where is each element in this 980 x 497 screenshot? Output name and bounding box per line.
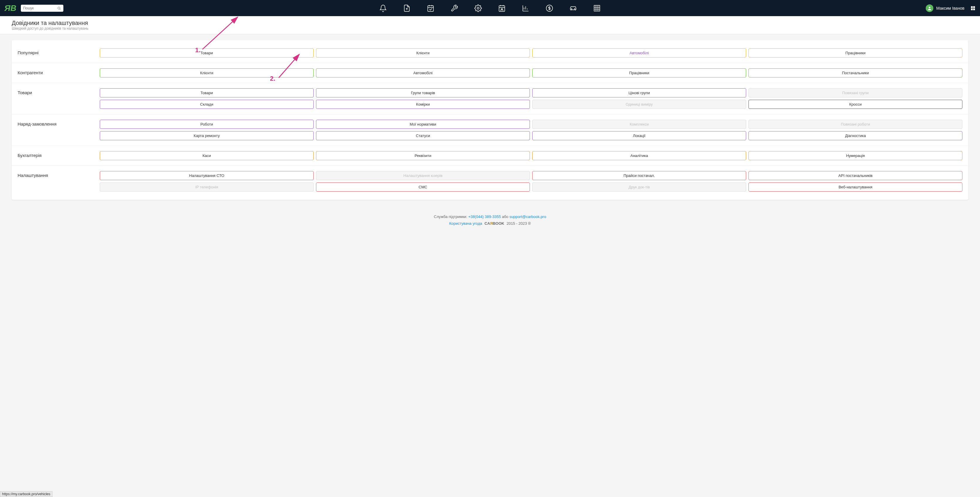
section-label: Налаштування	[18, 171, 100, 178]
section-label: Товари	[18, 88, 100, 95]
years-text: 2015 - 2023 ®	[506, 221, 531, 225]
goods-warehouses-button[interactable]: Склади	[100, 100, 313, 109]
directories-card: Популярні Товари Клієнти Автомобілі Прац…	[12, 40, 968, 200]
svg-line-1	[60, 9, 60, 10]
user-section[interactable]: Максим Іванов	[926, 5, 975, 12]
wrench-icon[interactable]	[451, 5, 458, 12]
orders-statuses-button[interactable]: Статуси	[316, 131, 530, 140]
calendar-user-icon[interactable]	[498, 5, 506, 12]
page-subtitle: Швидкий доступ до довідників та налаштув…	[12, 26, 968, 30]
svg-rect-30	[971, 8, 973, 10]
orders-works-button[interactable]: Роботи	[100, 120, 313, 129]
accounting-analytics-button[interactable]: Аналітика	[532, 151, 746, 160]
or-text: або	[502, 214, 510, 219]
svg-point-27	[929, 6, 930, 8]
settings-users-button: Налаштування юзерів	[316, 171, 530, 180]
goods-groups-button[interactable]: Групи товарів	[316, 88, 530, 97]
grid-icon[interactable]	[593, 5, 601, 12]
footer-logo: CAЯBOOK	[484, 221, 504, 225]
annotation-label-2: 2.	[270, 75, 275, 83]
dollar-icon[interactable]	[546, 5, 554, 12]
apps-icon[interactable]	[970, 6, 975, 11]
footer: Служба підтримки: +38(044) 389-3355 або …	[0, 206, 980, 229]
orders-repair-map-button[interactable]: Карта ремонту	[100, 131, 313, 140]
section-orders: Наряд-замовлення Роботи Мої нормативи Ко…	[12, 114, 968, 146]
user-name: Максим Іванов	[936, 6, 964, 11]
goods-cells-button[interactable]: Комірки	[316, 100, 530, 109]
svg-point-0	[58, 7, 60, 9]
settings-print-button: Друк док-тів	[532, 183, 746, 192]
svg-rect-4	[428, 6, 434, 11]
car-icon[interactable]	[570, 5, 577, 12]
contractors-cars-button[interactable]: Автомобілі	[316, 68, 530, 78]
orders-norms-button[interactable]: Мої нормативи	[316, 120, 530, 129]
svg-point-8	[477, 7, 479, 9]
goods-units-button: Одиниці виміру	[532, 100, 746, 109]
contractors-clients-button[interactable]: Клієнти	[100, 68, 313, 78]
accounting-numbering-button[interactable]: Нумерація	[748, 151, 963, 160]
popular-goods-button[interactable]: Товари	[100, 48, 313, 57]
settings-sto-button[interactable]: Налаштування СТО	[100, 171, 313, 180]
nav-icons	[379, 5, 601, 12]
svg-rect-31	[973, 8, 975, 10]
goods-related-groups-button: Повязані групи	[748, 88, 963, 97]
settings-api-button[interactable]: API постачальників	[748, 171, 963, 180]
section-label: Контрагенти	[18, 68, 100, 75]
agreement-link[interactable]: Користувача угода	[449, 221, 482, 225]
svg-rect-22	[594, 5, 600, 11]
svg-point-21	[574, 8, 575, 9]
goods-price-groups-button[interactable]: Цінові групи	[532, 88, 746, 97]
goods-crosses-button[interactable]: Кросси	[748, 100, 963, 109]
svg-rect-29	[973, 6, 975, 8]
support-email-link[interactable]: support@carbook.pro	[509, 214, 546, 219]
orders-related-works-button: Повязані роботи	[748, 120, 963, 129]
settings-supplier-prices-button[interactable]: Прайси постачал.	[532, 171, 746, 180]
popular-clients-button[interactable]: Клієнти	[316, 48, 530, 57]
support-label: Служба підтримки:	[434, 214, 469, 219]
popular-cars-button[interactable]: Автомобілі	[532, 48, 746, 57]
orders-diagnostics-button[interactable]: Діагностика	[748, 131, 963, 140]
support-phone-link[interactable]: +38(044) 389-3355	[468, 214, 501, 219]
accounting-requisites-button[interactable]: Реквізити	[316, 151, 530, 160]
contractors-suppliers-button[interactable]: Постачальники	[748, 68, 963, 78]
settings-sms-button[interactable]: СМС	[316, 183, 530, 192]
section-label: Наряд-замовлення	[18, 120, 100, 127]
section-goods: Товари Товари Групи товарів Цінові групи…	[12, 83, 968, 114]
search-icon	[57, 6, 61, 10]
svg-point-20	[571, 8, 572, 9]
calendar-check-icon[interactable]	[427, 5, 434, 12]
section-popular: Популярні Товари Клієнти Автомобілі Прац…	[12, 43, 968, 63]
main-header: ЯB Максим Іванов	[0, 0, 980, 16]
page-header: Довідники та налаштування Швидкий доступ…	[0, 16, 980, 34]
orders-complexes-button: Комплекси	[532, 120, 746, 129]
search-input[interactable]	[23, 6, 57, 10]
bell-icon[interactable]	[379, 5, 387, 12]
chart-icon[interactable]	[522, 5, 530, 12]
section-contractors: Контрагенти Клієнти Автомобілі Працівник…	[12, 63, 968, 83]
svg-rect-28	[971, 6, 973, 8]
popular-workers-button[interactable]: Працівники	[748, 48, 963, 57]
contractors-workers-button[interactable]: Працівники	[532, 68, 746, 78]
accounting-cashboxes-button[interactable]: Каси	[100, 151, 313, 160]
logo[interactable]: ЯB	[5, 3, 16, 13]
content: Популярні Товари Клієнти Автомобілі Прац…	[0, 34, 980, 206]
settings-web-button[interactable]: Веб-налаштування	[748, 183, 963, 192]
section-label: Популярні	[18, 48, 100, 55]
gear-icon[interactable]	[474, 5, 482, 12]
annotation-label-1: 1.	[195, 46, 200, 54]
add-document-icon[interactable]	[403, 5, 411, 12]
goods-goods-button[interactable]: Товари	[100, 88, 313, 97]
avatar	[926, 5, 933, 12]
section-settings: Налаштування Налаштування СТО Налаштуван…	[12, 166, 968, 197]
section-accounting: Бухгалтерія Каси Реквізити Аналітика Нум…	[12, 146, 968, 166]
section-label: Бухгалтерія	[18, 151, 100, 158]
search-box[interactable]	[21, 5, 64, 12]
orders-locations-button[interactable]: Локації	[532, 131, 746, 140]
settings-telephony-button: IP телефонія	[100, 183, 313, 192]
page-title: Довідники та налаштування	[12, 20, 968, 26]
